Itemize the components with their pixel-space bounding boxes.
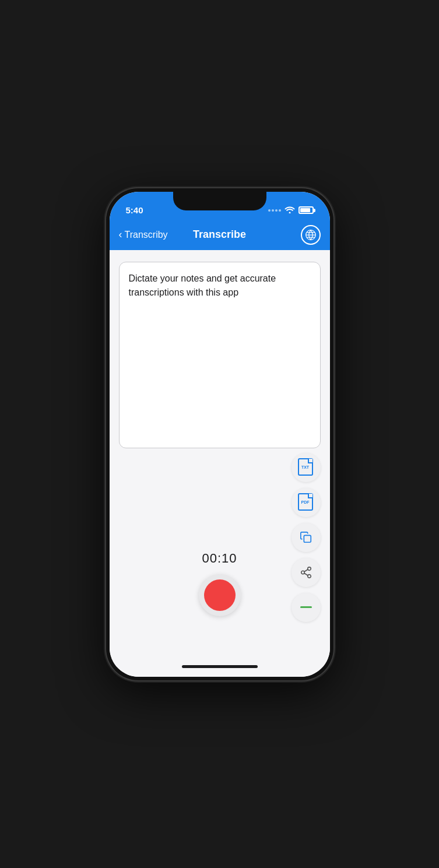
export-txt-button[interactable]: TXT: [292, 453, 321, 482]
timer-display: 00:10: [202, 551, 237, 566]
back-chevron-icon: ‹: [119, 229, 122, 240]
side-buttons: TXT PDF: [292, 453, 321, 622]
txt-file-icon: TXT: [298, 458, 314, 477]
share-icon: [300, 566, 312, 579]
svg-rect-1: [304, 535, 311, 542]
notch: [173, 192, 266, 210]
share-button[interactable]: [292, 558, 321, 587]
nav-bar: ‹ Transcriby Transcribe: [110, 220, 330, 250]
signal-icon: [268, 209, 281, 212]
record-dot-icon: [204, 579, 236, 611]
collapse-button[interactable]: [292, 593, 321, 622]
timer-area: 00:10: [199, 551, 241, 616]
svg-point-4: [307, 574, 311, 578]
back-button[interactable]: ‹ Transcriby: [119, 230, 168, 240]
nav-title: Transcribe: [193, 229, 246, 241]
record-button[interactable]: [199, 574, 241, 616]
language-button[interactable]: [301, 225, 321, 245]
txt-label: TXT: [301, 465, 309, 469]
home-bar: [182, 665, 258, 668]
transcription-box[interactable]: Dictate your notes and get accurate tran…: [119, 262, 321, 448]
status-time: 5:40: [126, 205, 143, 216]
copy-button[interactable]: [292, 523, 321, 552]
copy-icon: [300, 531, 312, 544]
wifi-icon: [285, 206, 295, 215]
status-icons: [268, 206, 314, 216]
back-label: Transcriby: [125, 230, 168, 240]
export-pdf-button[interactable]: PDF: [292, 488, 321, 517]
main-content: Dictate your notes and get accurate tran…: [110, 250, 330, 657]
home-indicator: [110, 657, 330, 677]
phone-frame: 5:40: [106, 188, 333, 680]
pdf-file-icon: PDF: [298, 493, 314, 512]
minus-icon: [300, 606, 312, 608]
transcription-text: Dictate your notes and get accurate tran…: [129, 273, 276, 297]
svg-point-2: [307, 567, 311, 570]
battery-icon: [298, 206, 314, 214]
pdf-label: PDF: [301, 500, 310, 504]
screen: 5:40: [110, 192, 330, 677]
svg-point-3: [301, 571, 304, 574]
